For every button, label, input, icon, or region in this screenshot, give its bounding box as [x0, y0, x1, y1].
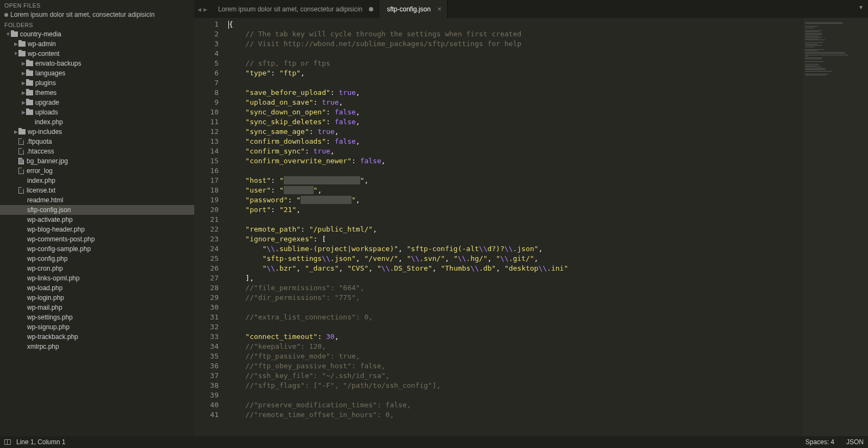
nav-forward-icon[interactable]: ▸: [203, 5, 207, 14]
close-icon[interactable]: ×: [437, 5, 442, 13]
code-line[interactable]: //"ssh_key_file": "~/.ssh/id_rsa",: [228, 371, 803, 381]
folder-node[interactable]: ▶themes: [0, 88, 194, 98]
code-line[interactable]: "port": "21",: [228, 205, 803, 215]
open-file-item[interactable]: Lorem ipsum dolor sit amet, consectetur …: [0, 10, 194, 20]
folder-node[interactable]: ▼wp-content: [0, 49, 194, 59]
code-line[interactable]: "save_before_upload": true,: [228, 88, 803, 98]
code-line[interactable]: //"remote_time_offset_in_hours": 0,: [228, 410, 803, 420]
tree-item-label: wp-includes: [28, 128, 62, 136]
code-line[interactable]: // sftp, ftp or ftps: [228, 59, 803, 68]
file-node[interactable]: wp-login.php: [0, 293, 194, 303]
code-line[interactable]: [228, 166, 803, 176]
file-node[interactable]: xmlrpc.php: [0, 342, 194, 351]
tab-dropdown-icon[interactable]: ▼: [858, 4, 864, 10]
file-node[interactable]: wp-signup.php: [0, 322, 194, 332]
file-node[interactable]: sftp-config.json: [0, 205, 194, 215]
panel-switcher-icon[interactable]: [4, 439, 11, 445]
nav-back-icon[interactable]: ◂: [197, 5, 201, 14]
code-line[interactable]: {: [228, 20, 803, 29]
code-line[interactable]: "host": "xxxxxxxxxxxxxxxxxx",: [228, 176, 803, 185]
file-node[interactable]: index.php: [0, 176, 194, 185]
file-node[interactable]: wp-cron.php: [0, 264, 194, 273]
file-node[interactable]: wp-blog-header.php: [0, 225, 194, 234]
code-line[interactable]: // Visit http://wbond.net/sublime_packag…: [228, 39, 803, 49]
code-line[interactable]: //"ftp_obey_passive_host": false,: [228, 361, 803, 371]
code-line[interactable]: //"file_permissions": "664",: [228, 283, 803, 293]
code-line[interactable]: "confirm_overwrite_newer": false,: [228, 156, 803, 166]
code-line[interactable]: "sync_down_on_open": false,: [228, 107, 803, 117]
code-editor[interactable]: 1234567891011121314151617181920212223242…: [194, 18, 868, 436]
code-line[interactable]: //"keepalive": 120,: [228, 342, 803, 351]
disclosure-icon[interactable]: ▶: [21, 100, 26, 105]
status-indent[interactable]: Spaces: 4: [806, 438, 834, 446]
folder-node[interactable]: ▶uploads: [0, 107, 194, 117]
file-node[interactable]: wp-mail.php: [0, 303, 194, 312]
file-node[interactable]: wp-settings.php: [0, 312, 194, 322]
code-line[interactable]: "user": "xxxxxxx",: [228, 185, 803, 195]
code-line[interactable]: [228, 49, 803, 59]
code-line[interactable]: "\\.sublime-(project|workspace)", "sftp-…: [228, 244, 803, 254]
code-line[interactable]: "upload_on_save": true,: [228, 98, 803, 107]
file-node[interactable]: .ftpquota: [0, 137, 194, 146]
folder-node[interactable]: ▶plugins: [0, 78, 194, 88]
file-node[interactable]: wp-trackback.php: [0, 332, 194, 342]
code-line[interactable]: "connect_timeout": 30,: [228, 332, 803, 342]
code-line[interactable]: [228, 303, 803, 312]
code-line[interactable]: "type": "ftp",: [228, 68, 803, 78]
code-area[interactable]: { // The tab key will cycle through the …: [224, 18, 803, 436]
disclosure-icon[interactable]: ▶: [13, 129, 18, 135]
file-node[interactable]: index.php: [0, 117, 194, 127]
code-line[interactable]: "sync_skip_deletes": false,: [228, 117, 803, 127]
code-line[interactable]: "ignore_regexes": [: [228, 234, 803, 244]
file-node[interactable]: license.txt: [0, 185, 194, 195]
code-line[interactable]: "\\.bzr", "_darcs", "CVS", "\\.DS_Store"…: [228, 264, 803, 273]
code-line[interactable]: //"extra_list_connections": 0,: [228, 312, 803, 322]
code-line[interactable]: "confirm_sync": true,: [228, 146, 803, 156]
folder-node[interactable]: ▼country-media: [0, 29, 194, 39]
disclosure-icon[interactable]: ▶: [21, 80, 26, 86]
editor-tab[interactable]: Lorem ipsum dolor sit amet, consectetur …: [210, 0, 379, 18]
folder-node[interactable]: ▶languages: [0, 68, 194, 78]
disclosure-icon[interactable]: ▶: [21, 110, 26, 115]
minimap[interactable]: [803, 18, 868, 436]
file-node[interactable]: readme.html: [0, 195, 194, 205]
code-line[interactable]: "confirm_downloads": false,: [228, 137, 803, 146]
code-line[interactable]: "remote_path": "/public_html/",: [228, 225, 803, 234]
file-node[interactable]: error_log: [0, 166, 194, 176]
folder-tree[interactable]: ▼country-media▶wp-admin▼wp-content▶envat…: [0, 29, 194, 436]
code-line[interactable]: ],: [228, 273, 803, 283]
code-line[interactable]: [228, 215, 803, 225]
folder-node[interactable]: ▶wp-includes: [0, 127, 194, 137]
code-line[interactable]: "sync_same_age": true,: [228, 127, 803, 137]
code-line[interactable]: //"dir_permissions": "775",: [228, 293, 803, 303]
disclosure-icon[interactable]: ▶: [21, 71, 26, 76]
editor-tab[interactable]: sftp-config.json×: [379, 0, 448, 18]
code-line[interactable]: [228, 78, 803, 88]
code-line[interactable]: // The tab key will cycle through the se…: [228, 29, 803, 39]
folder-node[interactable]: ▶wp-admin: [0, 39, 194, 49]
status-syntax[interactable]: JSON: [846, 438, 864, 446]
folder-node[interactable]: ▶envato-backups: [0, 59, 194, 68]
disclosure-icon[interactable]: ▶: [13, 41, 18, 47]
status-position[interactable]: Line 1, Column 1: [16, 438, 66, 446]
disclosure-icon[interactable]: ▼: [13, 51, 18, 56]
code-line[interactable]: //"sftp_flags": ["-F", "/path/to/ssh_con…: [228, 381, 803, 391]
file-node[interactable]: wp-load.php: [0, 283, 194, 293]
disclosure-icon[interactable]: ▶: [21, 90, 26, 95]
code-line[interactable]: [228, 391, 803, 400]
file-node[interactable]: wp-links-opml.php: [0, 273, 194, 283]
file-node[interactable]: .htaccess: [0, 146, 194, 156]
file-node[interactable]: bg_banner.jpg: [0, 156, 194, 166]
code-line[interactable]: [228, 322, 803, 332]
file-node[interactable]: wp-config-sample.php: [0, 244, 194, 254]
code-line[interactable]: //"preserve_modification_times": false,: [228, 400, 803, 410]
file-node[interactable]: wp-comments-post.php: [0, 234, 194, 244]
disclosure-icon[interactable]: ▼: [5, 31, 11, 37]
file-node[interactable]: wp-config.php: [0, 254, 194, 264]
file-node[interactable]: wp-activate.php: [0, 215, 194, 225]
code-line[interactable]: "sftp-settings\\.json", "/venv/", "\\.sv…: [228, 254, 803, 264]
folder-node[interactable]: ▶upgrade: [0, 98, 194, 107]
disclosure-icon[interactable]: ▶: [21, 61, 26, 66]
code-line[interactable]: "password": "xxxxxxxxxxxx",: [228, 195, 803, 205]
code-line[interactable]: //"ftp_passive_mode": true,: [228, 351, 803, 361]
